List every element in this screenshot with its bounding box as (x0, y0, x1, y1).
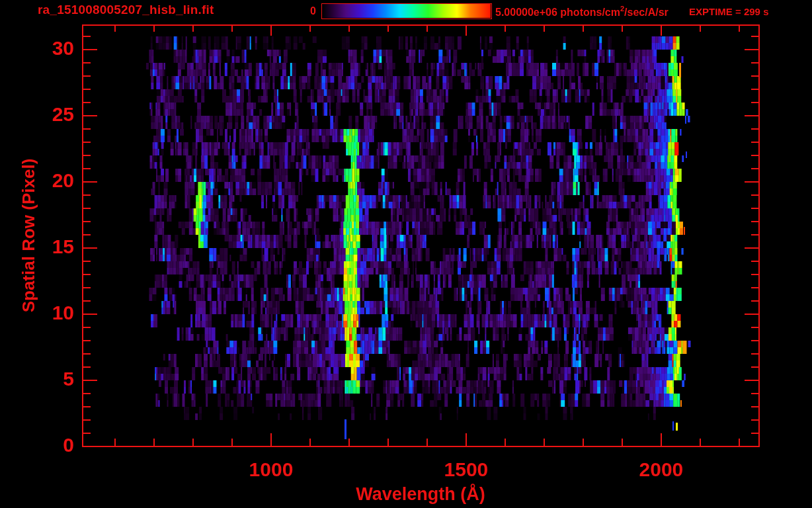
x-tick-label: 1500 (420, 460, 512, 480)
y-tick-label: 15 (13, 237, 74, 257)
file-title: ra_151008005207_hisb_lin.fit (38, 3, 214, 17)
y-tick-label: 5 (13, 369, 74, 389)
colorbar-max-label: 5.00000e+06 photons/cm2/sec/A/sr (495, 6, 669, 19)
x-axis-title: Wavelength (Å) (315, 485, 526, 503)
y-tick-label: 25 (13, 105, 74, 124)
y-tick-label: 30 (13, 38, 74, 58)
x-tick-label: 1000 (225, 460, 317, 480)
y-tick-label: 0 (13, 435, 74, 455)
colorbar-max-label-superscript: 2 (620, 5, 624, 13)
x-tick-label: 2000 (615, 460, 708, 480)
colorbar-max-label-prefix: 5.00000e+06 photons/cm (495, 7, 620, 18)
y-tick-label: 10 (13, 303, 74, 323)
exptime-label: EXPTIME = 299 s (689, 7, 768, 17)
spectrogram-viewer-window: ra_151008005207_hisb_lin.fit 0 5.00000e+… (0, 0, 812, 508)
y-tick-label: 20 (13, 171, 74, 190)
y-axis-title: Spatial Row (Pixel) (20, 97, 41, 374)
colorbar-min-label: 0 (299, 6, 316, 17)
spectrogram-plot-canvas (0, 0, 812, 508)
colorbar-max-label-suffix: /sec/A/sr (624, 7, 669, 18)
